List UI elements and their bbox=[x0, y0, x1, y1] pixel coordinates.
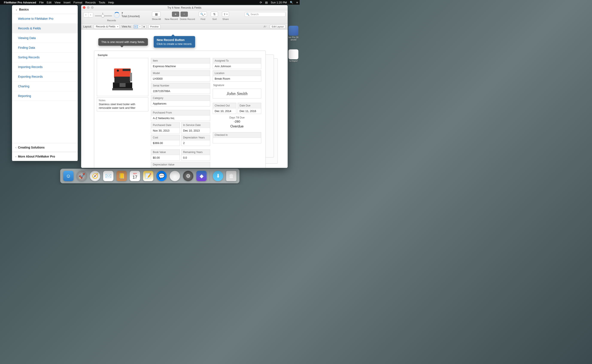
menu-records[interactable]: Records bbox=[85, 1, 96, 4]
dock-finder-icon[interactable]: ☺ bbox=[63, 171, 74, 181]
preview-button[interactable]: Preview bbox=[148, 25, 161, 29]
item-image[interactable] bbox=[97, 58, 148, 96]
field-item[interactable]: ItemEspresso Machine bbox=[151, 58, 210, 69]
svg-point-3 bbox=[117, 70, 119, 72]
desktop-icon-filemaker-app[interactable]: ker Pro 16 anced bbox=[287, 26, 300, 41]
tooltip-new-record: New Record Button Click to create a new … bbox=[154, 36, 195, 48]
new-record-button[interactable]: ＋ bbox=[172, 12, 179, 17]
field-date-due[interactable]: Date DueDec 11, 2016 bbox=[238, 103, 261, 114]
sort-button[interactable]: ⇅ bbox=[211, 12, 218, 17]
field-checked-out[interactable]: Checked OutDec 10, 2014 bbox=[213, 103, 236, 114]
dock-itunes-icon[interactable]: ♪ bbox=[170, 171, 180, 181]
clock[interactable]: Sun 1:20 PM bbox=[271, 1, 287, 4]
delete-record-button[interactable]: － bbox=[181, 12, 188, 17]
view-form-icon[interactable]: ▭ bbox=[134, 25, 138, 28]
field-dep-years[interactable]: Depreciation Years2 bbox=[181, 135, 210, 146]
app-name[interactable]: FileMaker Pro Advanced bbox=[4, 1, 36, 4]
svg-rect-5 bbox=[120, 83, 126, 87]
share-icon: ⇧ bbox=[223, 13, 226, 16]
field-purchased-from[interactable]: Purchased FromA-Z Networks Inc. bbox=[151, 110, 210, 121]
field-purchased-date[interactable]: Purchased DateNov 30, 2013 bbox=[151, 122, 180, 134]
field-assigned-to[interactable]: Assigned ToAnn Johnson bbox=[213, 58, 261, 69]
dock-safari-icon[interactable]: 🧭 bbox=[90, 171, 100, 181]
svg-rect-2 bbox=[114, 77, 130, 83]
content-area: This is one record with many fields. New… bbox=[81, 30, 288, 168]
field-dep-value[interactable]: Depreciation Value$369.00 bbox=[151, 162, 210, 168]
help-item-charting[interactable]: Charting bbox=[12, 82, 78, 91]
field-cost[interactable]: Cost$369.00 bbox=[151, 135, 180, 146]
desktop-icon-fmp-file[interactable]: ts.fmp12 bbox=[287, 49, 300, 62]
dock-messages-icon[interactable]: 💬 bbox=[156, 171, 167, 181]
help-item-sorting[interactable]: Sorting Records bbox=[12, 52, 78, 62]
dock-downloads-icon[interactable]: ⬇ bbox=[213, 171, 223, 181]
find-button[interactable]: 🔍▾ bbox=[199, 12, 207, 17]
share-button[interactable]: ⇧▾ bbox=[222, 12, 229, 17]
field-serial[interactable]: Serial Number2267155789A bbox=[151, 83, 210, 94]
field-location[interactable]: LocationBreak Room bbox=[213, 70, 261, 82]
next-record-button[interactable]: › bbox=[88, 13, 93, 17]
dock-settings-icon[interactable]: ⚙ bbox=[183, 171, 193, 181]
help-section-more-about[interactable]: › More About FileMaker Pro bbox=[12, 152, 78, 161]
chevron-right-icon: › bbox=[15, 155, 16, 158]
view-list-icon[interactable]: ≡ bbox=[138, 25, 142, 28]
dock: ☺ 🚀 🧭 ✉️ 📒 SEP17 📝 💬 ♪ ⚙ ◆ ⬇ 🗑 bbox=[60, 169, 240, 183]
field-book-value[interactable]: Book Value$0.00 bbox=[151, 149, 180, 161]
menu-view[interactable]: View bbox=[54, 1, 60, 4]
layout-dropdown[interactable]: Records & Fields bbox=[94, 25, 119, 29]
help-item-finding-data[interactable]: Finding Data bbox=[12, 43, 78, 52]
prev-record-button[interactable]: ‹ bbox=[84, 13, 88, 17]
edit-layout-button[interactable]: Edit Layout bbox=[270, 25, 286, 29]
notes-field[interactable]: Notes Stainless steel lined boiler with … bbox=[97, 98, 148, 111]
search-input[interactable]: 🔍 Search bbox=[245, 12, 286, 17]
help-section-basics[interactable]: ⌄ Basics bbox=[12, 5, 78, 14]
help-item-importing[interactable]: Importing Records bbox=[12, 62, 78, 72]
menu-help[interactable]: Help bbox=[108, 1, 114, 4]
filemaker-window: Try It Now: Records & Fields ‹ › 1 7 Tot… bbox=[81, 5, 288, 168]
dock-filemaker-icon[interactable]: ◆ bbox=[196, 171, 207, 181]
menu-extras-icon[interactable]: ≡ bbox=[296, 1, 298, 4]
field-remaining-years[interactable]: Remaining Years0.0 bbox=[181, 149, 210, 161]
dock-mail-icon[interactable]: ✉️ bbox=[103, 171, 114, 181]
dock-notes-icon[interactable]: 📝 bbox=[143, 171, 153, 181]
help-item-records-fields[interactable]: Records & Fields bbox=[12, 24, 78, 33]
dock-contacts-icon[interactable]: 📒 bbox=[117, 171, 127, 181]
field-checked-in[interactable]: Checked In bbox=[213, 132, 261, 143]
signature-field[interactable]: John Smith bbox=[213, 89, 261, 98]
show-all-button[interactable]: ▦ bbox=[152, 12, 161, 17]
help-item-viewing-data[interactable]: Viewing Data bbox=[12, 33, 78, 43]
sample-label: Sample bbox=[97, 53, 263, 57]
signature-label: Signature bbox=[213, 84, 261, 87]
mac-menubar: FileMaker Pro Advanced File Edit View In… bbox=[0, 0, 300, 5]
menu-tools[interactable]: Tools bbox=[99, 1, 105, 4]
menu-format[interactable]: Format bbox=[73, 1, 82, 4]
view-table-icon[interactable]: ▦ bbox=[142, 25, 146, 28]
help-item-exporting[interactable]: Exporting Records bbox=[12, 72, 78, 82]
days-till-due: Days Till Due -280 Overdue bbox=[213, 115, 261, 128]
minimize-button[interactable] bbox=[87, 6, 90, 9]
status-toolbar: Layout: Records & Fields View As: ▭ ≡ ▦ … bbox=[81, 24, 288, 30]
field-model[interactable]: ModelLH3000 bbox=[151, 70, 210, 82]
espresso-machine-icon bbox=[110, 62, 136, 92]
app-folder-icon bbox=[288, 26, 298, 36]
dock-calendar-icon[interactable]: SEP17 bbox=[130, 171, 140, 181]
menu-file[interactable]: File bbox=[39, 1, 44, 4]
status-overdue: Overdue bbox=[213, 124, 261, 128]
close-button[interactable] bbox=[83, 6, 85, 9]
dock-trash-icon[interactable]: 🗑 bbox=[226, 171, 237, 181]
menu-insert[interactable]: Insert bbox=[64, 1, 71, 4]
notification-icon[interactable]: ▤ bbox=[265, 1, 268, 4]
text-size-icon[interactable]: Aᵅ bbox=[264, 25, 266, 28]
menu-edit[interactable]: Edit bbox=[46, 1, 51, 4]
maximize-button[interactable] bbox=[91, 6, 94, 9]
mirror-icon[interactable]: ⟳ bbox=[260, 1, 262, 4]
record-card: Sample bbox=[94, 51, 266, 168]
spotlight-icon[interactable]: 🔍 bbox=[290, 1, 293, 4]
help-item-reporting[interactable]: Reporting bbox=[12, 91, 78, 101]
record-slider[interactable]: 1 bbox=[95, 13, 112, 16]
titlebar[interactable]: Try It Now: Records & Fields bbox=[81, 5, 288, 10]
field-category[interactable]: CategoryAppliances bbox=[151, 95, 210, 106]
dock-launchpad-icon[interactable]: 🚀 bbox=[77, 171, 87, 181]
help-item-welcome[interactable]: Welcome to FileMaker Pro bbox=[12, 14, 78, 24]
help-section-creating[interactable]: › Creating Solutions bbox=[12, 143, 78, 152]
field-in-service-date[interactable]: In Service DateDec 10, 2013 bbox=[181, 122, 210, 134]
